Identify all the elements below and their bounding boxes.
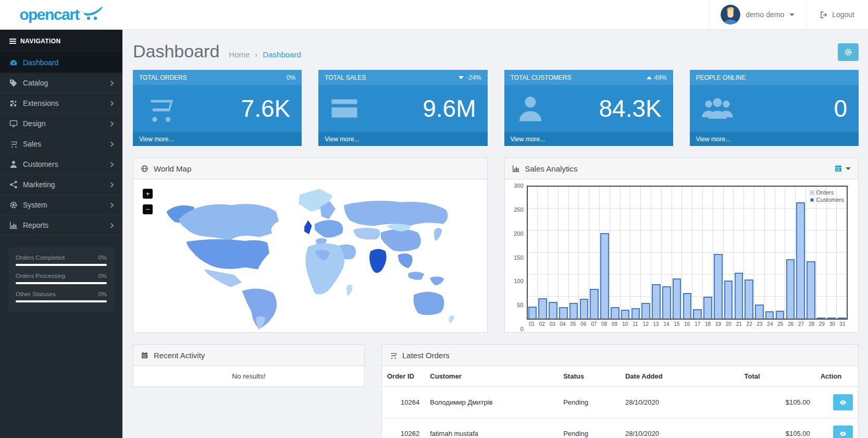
puzzle-icon (9, 99, 18, 107)
column-date-added: Date Added (620, 366, 739, 387)
logout-button[interactable]: Logout (807, 0, 868, 29)
sidebar-item-reports[interactable]: Reports (0, 215, 122, 236)
orders-bar (745, 279, 753, 319)
chart-slot (816, 187, 827, 319)
y-tick-label: 100 (514, 278, 523, 284)
sidebar-item-system[interactable]: System (0, 195, 122, 215)
chart-slot (559, 187, 569, 319)
chart-slot (775, 187, 786, 319)
orders-bar (765, 311, 774, 319)
legend-swatch-orders (810, 190, 814, 195)
view-more-link[interactable]: View more... (325, 136, 359, 143)
chart-y-axis: 050100150200250300 (509, 186, 527, 329)
order-id: 10264 (382, 387, 425, 418)
dashboard-settings-button[interactable] (838, 43, 859, 61)
order-total: $105.00 (739, 387, 815, 418)
view-more-link[interactable]: View more... (511, 136, 545, 143)
sidebar-item-sales[interactable]: Sales (0, 134, 122, 154)
chevron-right-icon (109, 162, 114, 167)
legend-label: Customers (816, 197, 844, 203)
order-customer: fatimah mustafa (425, 418, 558, 438)
sidebar-item-customers[interactable]: Customers (0, 154, 122, 175)
stat-value: 0% (98, 273, 107, 279)
x-tick-label: 20 (723, 321, 734, 329)
tile-total-customers: TOTAL CUSTOMERS 49% 84.3K View more... (504, 70, 673, 146)
chart-slot (806, 187, 816, 319)
avatar (721, 5, 740, 25)
caret-down-icon (458, 76, 464, 79)
x-tick-label: 29 (816, 321, 827, 329)
x-tick-label: 11 (630, 321, 640, 329)
x-tick-label: 02 (537, 321, 547, 329)
breadcrumb-home[interactable]: Home (229, 50, 250, 59)
tile-value: 7.6K (241, 94, 302, 123)
world-map[interactable]: + − (133, 179, 487, 332)
people-group-icon (701, 95, 734, 121)
orders-bar (590, 289, 599, 319)
chart-x-axis: 0102030405060708091011121314151617181920… (527, 320, 848, 329)
view-order-button[interactable] (833, 425, 853, 438)
map-zoom-out-button[interactable]: − (143, 204, 153, 214)
orders-bar (735, 273, 743, 319)
x-tick-label: 27 (796, 321, 807, 329)
hamburger-icon (9, 38, 16, 45)
sidebar-item-dashboard[interactable]: Dashboard (0, 53, 122, 73)
user-icon (9, 160, 18, 168)
map-zoom-in-button[interactable]: + (143, 189, 153, 199)
chart-legend: Orders Customers (810, 189, 844, 204)
chart-bars (528, 187, 847, 319)
chart-range-dropdown[interactable] (834, 164, 851, 173)
chart-slot (651, 187, 662, 319)
chart-slot (734, 187, 744, 319)
calendar-icon (141, 351, 148, 359)
tile-value: 84.3K (599, 94, 673, 123)
x-tick-label: 25 (775, 321, 786, 329)
orders-bar (807, 261, 815, 319)
orders-bar (838, 318, 847, 319)
shopping-cart-icon (144, 93, 175, 124)
x-tick-label: 01 (527, 321, 537, 329)
chart-slot (682, 187, 692, 319)
shopping-cart-icon (389, 351, 397, 359)
chevron-right-icon (109, 101, 114, 106)
chart-slot (528, 187, 538, 319)
sign-out-icon (820, 11, 828, 19)
shopping-cart-icon (9, 140, 18, 148)
x-tick-label: 16 (682, 321, 692, 329)
stat-value: 0% (98, 291, 107, 297)
panel-title: Latest Orders (402, 351, 450, 360)
orders-bar (683, 293, 692, 319)
sidebar-item-catalog[interactable]: Catalog (0, 73, 122, 93)
sidebar-item-marketing[interactable]: Marketing (0, 175, 122, 195)
x-tick-label: 15 (672, 321, 682, 329)
breadcrumb-dashboard[interactable]: Dashboard (263, 50, 301, 59)
stat-orders-completed: Orders Completed 0% (16, 254, 107, 266)
chart-slot (538, 187, 548, 319)
navigation-header: NAVIGATION (0, 30, 122, 53)
x-tick-label: 24 (765, 321, 775, 329)
x-tick-label: 06 (578, 321, 589, 329)
chart-slot (600, 187, 610, 319)
orders-bar (662, 286, 671, 319)
view-more-link[interactable]: View more... (139, 136, 173, 143)
x-tick-label: 05 (568, 321, 578, 329)
sidebar-item-extensions[interactable]: Extensions (0, 93, 122, 114)
x-tick-label: 04 (557, 321, 568, 329)
column-status: Status (558, 366, 620, 387)
user-menu[interactable]: demo demo (709, 0, 807, 29)
sidebar-item-design[interactable]: Design (0, 114, 122, 134)
x-tick-label: 12 (640, 321, 651, 329)
orders-bar (693, 309, 702, 319)
view-more-link[interactable]: View more... (696, 136, 730, 143)
chart-slot (641, 187, 651, 319)
view-order-button[interactable] (833, 394, 853, 410)
top-bar: opencart (0, 0, 868, 30)
chevron-right-icon (109, 121, 114, 126)
gear-icon (9, 201, 18, 209)
orders-bar (600, 233, 609, 319)
bar-chart-icon (9, 221, 18, 229)
opencart-logo[interactable]: opencart (0, 0, 122, 29)
chevron-right-icon (109, 202, 114, 208)
logo-text: opencart (19, 7, 79, 22)
order-date: 28/10/2020 (620, 387, 739, 418)
